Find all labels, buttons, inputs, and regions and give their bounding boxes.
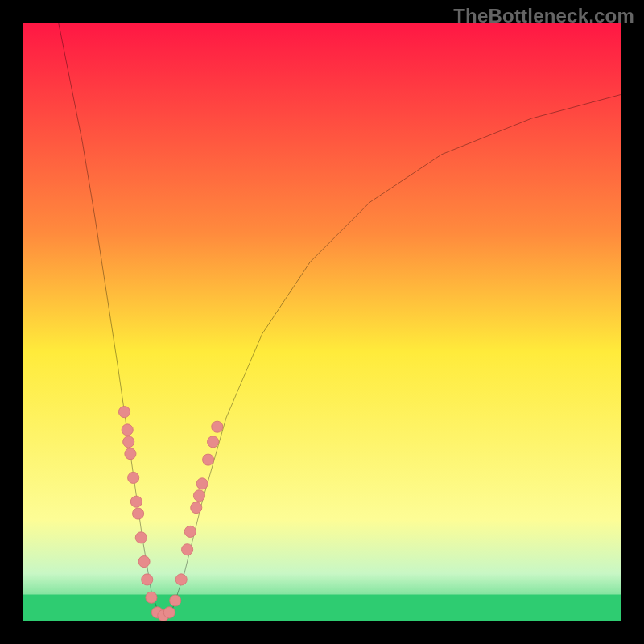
data-marker	[130, 496, 142, 507]
data-marker	[163, 607, 175, 618]
plot-background	[23, 23, 621, 621]
data-marker	[191, 502, 202, 514]
data-marker	[170, 595, 181, 606]
data-marker	[142, 574, 153, 585]
data-marker	[193, 490, 204, 502]
watermark-label: TheBottleneck.com	[453, 5, 634, 27]
data-marker	[212, 421, 223, 432]
data-marker	[138, 556, 150, 568]
data-marker	[123, 436, 134, 448]
data-marker	[125, 448, 136, 460]
data-marker	[122, 424, 133, 436]
data-marker	[135, 532, 147, 543]
data-marker	[128, 472, 139, 483]
data-marker	[196, 478, 208, 489]
data-marker	[133, 508, 144, 519]
plot-svg	[23, 23, 621, 621]
data-marker	[175, 574, 187, 585]
green-band	[23, 595, 621, 621]
data-marker	[203, 454, 214, 465]
data-marker	[182, 544, 193, 555]
data-marker	[146, 592, 157, 603]
chart-container: { "watermark": "TheBottleneck.com", "col…	[0, 0, 644, 644]
data-marker	[118, 407, 130, 418]
data-marker	[208, 436, 219, 448]
data-marker	[184, 526, 196, 537]
